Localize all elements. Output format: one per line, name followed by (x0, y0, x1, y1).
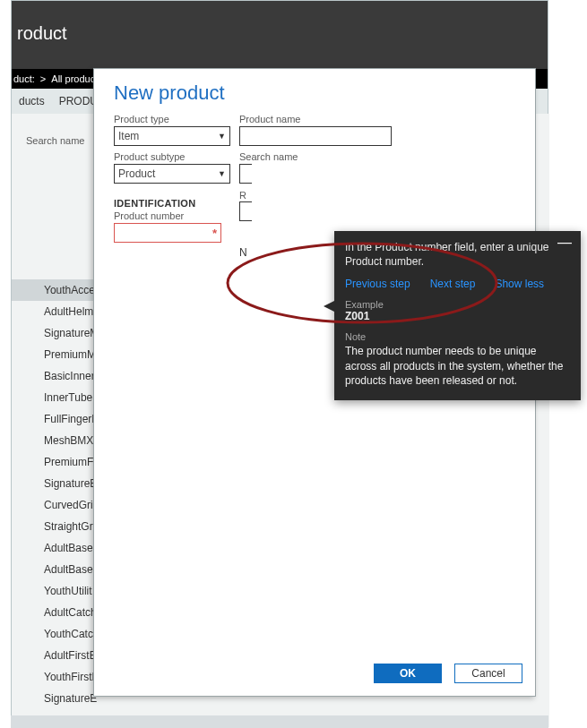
select-product-subtype[interactable]: Product ▼ (114, 164, 230, 184)
bottom-strip (11, 715, 548, 728)
value-product-subtype: Product (118, 167, 155, 180)
dialog-title: New product (94, 69, 535, 110)
title-text: roduct (17, 23, 67, 44)
input-search-name[interactable] (239, 164, 252, 184)
tab-products[interactable]: ducts (12, 89, 52, 114)
new-product-dialog: New product Product type Item ▼ Product … (93, 68, 536, 697)
popup-links: Previous step Next step Show less (345, 278, 570, 290)
chevron-down-icon: ▼ (218, 169, 226, 178)
label-product-subtype: Product subtype (114, 151, 230, 162)
breadcrumb-seg1[interactable]: duct: (13, 73, 35, 84)
label-product-name: Product name (239, 114, 392, 124)
collapse-icon[interactable]: — (557, 238, 572, 247)
link-next-step[interactable]: Next step (430, 278, 476, 290)
label-r: R (239, 190, 246, 201)
section-identification: IDENTIFICATION (114, 198, 515, 209)
label-product-number: Product number (114, 210, 230, 221)
label-product-type: Product type (114, 114, 230, 124)
field-product-type: Product type Item ▼ (114, 114, 230, 146)
value-product-type: Item (118, 130, 139, 142)
task-recorder-popup: — In the Product number field, enter a u… (334, 231, 581, 400)
chevron-down-icon: ▼ (218, 132, 226, 141)
label-example: Example (345, 299, 570, 310)
select-product-type[interactable]: Item ▼ (114, 126, 230, 146)
ok-button[interactable]: OK (374, 664, 442, 683)
text-note: The product number needs to be unique ac… (345, 344, 570, 388)
svg-marker-0 (324, 300, 336, 313)
link-previous-step[interactable]: Previous step (345, 278, 410, 290)
label-n: N (239, 246, 247, 259)
required-asterisk-icon: * (212, 227, 217, 240)
cancel-button[interactable]: Cancel (454, 664, 522, 683)
popup-pointer-icon (320, 296, 338, 314)
field-product-number: Product number * (114, 210, 230, 243)
input-product-name[interactable] (239, 126, 392, 146)
link-show-less[interactable]: Show less (495, 278, 544, 290)
field-search-name: Search name (239, 151, 392, 184)
input-product-number[interactable]: * (114, 223, 221, 243)
label-note: Note (345, 331, 570, 342)
label-search-name: Search name (239, 151, 392, 162)
breadcrumb-sep: > (35, 73, 51, 84)
title-bar: roduct (12, 1, 548, 69)
dialog-buttons: OK Cancel (374, 664, 522, 683)
input-r-partial[interactable] (239, 201, 252, 221)
value-example: Z001 (345, 310, 570, 322)
form-area: Product type Item ▼ Product name Product… (94, 110, 535, 246)
field-product-name: Product name (239, 114, 392, 146)
field-product-subtype: Product subtype Product ▼ (114, 151, 230, 184)
popup-instruction: In the Product number field, enter a uni… (345, 240, 570, 269)
